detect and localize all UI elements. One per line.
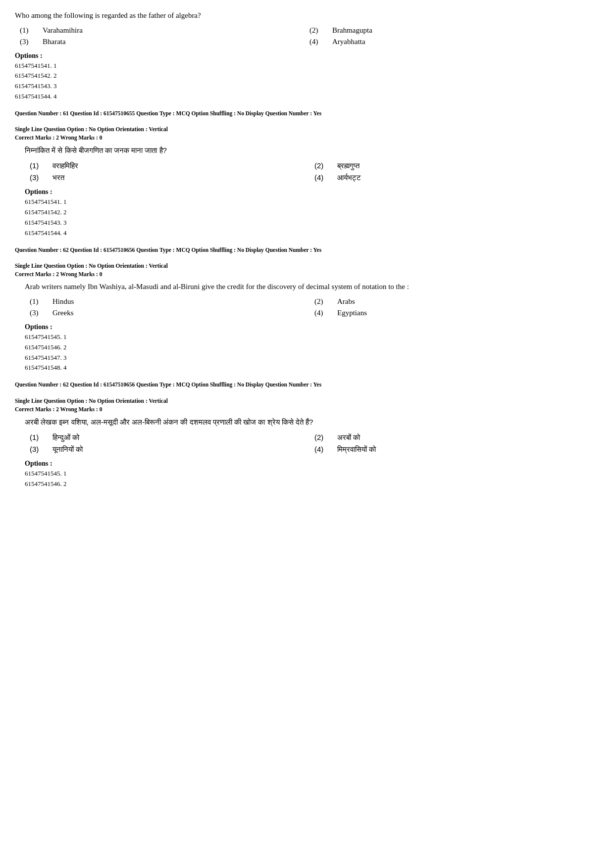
q60-option-2: (2) Brahmagupta: [309, 26, 599, 35]
q62-hindi-option-2: (2) अरबों को: [314, 433, 599, 442]
q60-opt1-num: (1): [20, 26, 35, 35]
q60-option-3: (3) Bharata: [20, 38, 309, 46]
q61-hindi-opt1-num: (1): [30, 161, 45, 170]
q62-code-2: 61547541546. 2: [25, 342, 599, 353]
question-62-english: Arab writers namely Ibn Washiya, al-Masu…: [25, 281, 599, 373]
q62-hindi-opt3-val: यूनानियों को: [52, 445, 83, 454]
q62-hindi-options-label: Options :: [25, 460, 599, 468]
q61-hindi-option-3: (3) भरत: [30, 173, 314, 182]
q62-hindi-options-grid: (1) हिन्दुओं को (2) अरबों को (3) यूनानिय…: [30, 433, 599, 454]
q61-hindi-options-section: Options : 61547541541. 1 61547541542. 2 …: [25, 188, 599, 238]
q60-text: Who among the following is regarded as t…: [15, 10, 599, 21]
q61-hindi-code-4: 61547541544. 4: [25, 228, 599, 239]
question-61-hindi: निम्नांकित में से किसे बीजगणित का जनक मा…: [25, 145, 599, 238]
q60-code-4: 61547541544. 4: [15, 92, 599, 102]
q62-code-4: 61547541548. 4: [25, 363, 599, 373]
q61-hindi-option-2: (2) ब्रह्मगुप्त: [314, 161, 599, 170]
q61-meta-line2: Single Line Question Option : No Option …: [15, 125, 599, 134]
q62-meta-r-line2: Single Line Question Option : No Option …: [15, 396, 599, 405]
q62-hindi-opt3-num: (3): [30, 445, 45, 453]
q62-options-grid: (1) Hindus (2) Arabs (3) Greeks (4) Egyp…: [30, 297, 599, 317]
q62-opt1-val: Hindus: [52, 297, 74, 306]
q60-opt2-num: (2): [309, 26, 324, 35]
q61-hindi-opt2-val: ब्रह्मगुप्त: [337, 161, 359, 170]
q61-hindi-opt1-val: वराहमिहिर: [52, 161, 78, 170]
q61-hindi-option-4: (4) आर्यभट्ट: [314, 173, 599, 182]
q61-hindi-opt4-val: आर्यभट्ट: [337, 173, 361, 182]
q62-hindi-opt1-num: (1): [30, 433, 45, 441]
q60-option-4: (4) Aryabhatta: [309, 38, 599, 46]
question-60-english: Who among the following is regarded as t…: [15, 10, 599, 102]
q61-meta-line1: Question Number : 61 Question Id : 61547…: [15, 109, 599, 118]
q60-options-label: Options :: [15, 52, 599, 60]
q62-hindi-opt4-val: मिम्रवासियों को: [337, 445, 376, 454]
q62-hindi-option-3: (3) यूनानियों को: [30, 445, 314, 454]
q62-text: Arab writers namely Ibn Washiya, al-Masu…: [25, 281, 599, 292]
q62-correct-marks: Correct Marks : 2 Wrong Marks : 0: [15, 271, 599, 277]
q61-hindi-opt4-num: (4): [314, 173, 329, 182]
q60-opt2-val: Brahmagupta: [332, 26, 372, 35]
q62-hindi-opt2-val: अरबों को: [337, 433, 360, 442]
q62-options-label: Options :: [25, 323, 599, 331]
q62-code-1: 61547541545. 1: [25, 332, 599, 342]
q62-hindi-code-2: 61547541546. 2: [25, 479, 599, 489]
q61-hindi-text: निम्नांकित में से किसे बीजगणित का जनक मा…: [25, 145, 599, 156]
q62-options-section: Options : 61547541545. 1 61547541546. 2 …: [25, 323, 599, 373]
q62-hindi-options-section: Options : 61547541545. 1 61547541546. 2: [25, 460, 599, 489]
q61-hindi-opt3-num: (3): [30, 173, 45, 182]
q61-hindi-code-1: 61547541541. 1: [25, 197, 599, 207]
q60-option-1: (1) Varahamihira: [20, 26, 309, 35]
q61-hindi-options-grid: (1) वराहमिहिर (2) ब्रह्मगुप्त (3) भरत (4…: [30, 161, 599, 182]
q60-code-2: 61547541542. 2: [15, 71, 599, 81]
q62-opt2-val: Arabs: [337, 297, 355, 306]
q61-meta-block: Question Number : 61 Question Id : 61547…: [15, 109, 599, 141]
q62-meta-r-line1: Question Number : 62 Question Id : 61547…: [15, 380, 599, 389]
q62-correct-marks-r: Correct Marks : 2 Wrong Marks : 0: [15, 406, 599, 412]
q62-opt3-num: (3): [30, 309, 45, 317]
q62-opt3-val: Greeks: [52, 309, 73, 317]
q61-hindi-code-3: 61547541543. 3: [25, 218, 599, 228]
q62-meta-block-repeat: Question Number : 62 Question Id : 61547…: [15, 380, 599, 412]
q60-opt4-num: (4): [309, 38, 324, 46]
q62-option-4: (4) Egyptians: [314, 309, 599, 317]
q62-hindi-option-4: (4) मिम्रवासियों को: [314, 445, 599, 454]
q62-meta-line2: Single Line Question Option : No Option …: [15, 261, 599, 270]
q62-option-3: (3) Greeks: [30, 309, 314, 317]
q62-opt4-val: Egyptians: [337, 309, 367, 317]
q60-options-grid: (1) Varahamihira (2) Brahmagupta (3) Bha…: [20, 26, 599, 46]
q61-hindi-option-1: (1) वराहमिहिर: [30, 161, 314, 170]
q62-hindi-opt4-num: (4): [314, 445, 329, 453]
q60-opt4-val: Aryabhatta: [332, 38, 365, 46]
q60-opt3-num: (3): [20, 38, 35, 46]
q61-hindi-opt3-val: भरत: [52, 173, 64, 182]
q61-hindi-options-label: Options :: [25, 188, 599, 196]
q60-code-1: 61547541541. 1: [15, 61, 599, 71]
q60-code-3: 61547541543. 3: [15, 81, 599, 92]
q61-hindi-opt2-num: (2): [314, 161, 329, 170]
q61-correct-marks: Correct Marks : 2 Wrong Marks : 0: [15, 135, 599, 141]
q62-opt4-num: (4): [314, 309, 329, 317]
q62-meta-block: Question Number : 62 Question Id : 61547…: [15, 245, 599, 278]
q62-hindi-code-1: 61547541545. 1: [25, 469, 599, 479]
q62-hindi-opt2-num: (2): [314, 433, 329, 441]
q62-opt1-num: (1): [30, 297, 45, 306]
q60-opt1-val: Varahamihira: [43, 26, 83, 35]
q62-hindi-opt1-val: हिन्दुओं को: [52, 433, 79, 442]
q62-option-1: (1) Hindus: [30, 297, 314, 306]
q61-hindi-code-2: 61547541542. 2: [25, 207, 599, 218]
q60-options-section: Options : 61547541541. 1 61547541542. 2 …: [15, 52, 599, 102]
q62-hindi-option-1: (1) हिन्दुओं को: [30, 433, 314, 442]
q62-option-2: (2) Arabs: [314, 297, 599, 306]
q60-opt3-val: Bharata: [43, 38, 66, 46]
q62-hindi-text: अरबी लेखक इब्न वशिया, अल-मसूदी और अल-बिर…: [25, 416, 599, 428]
q62-code-3: 61547541547. 3: [25, 353, 599, 363]
q62-meta-line1: Question Number : 62 Question Id : 61547…: [15, 245, 599, 254]
q62-opt2-num: (2): [314, 297, 329, 306]
question-62-hindi: अरबी लेखक इब्न वशिया, अल-मसूदी और अल-बिर…: [25, 416, 599, 489]
